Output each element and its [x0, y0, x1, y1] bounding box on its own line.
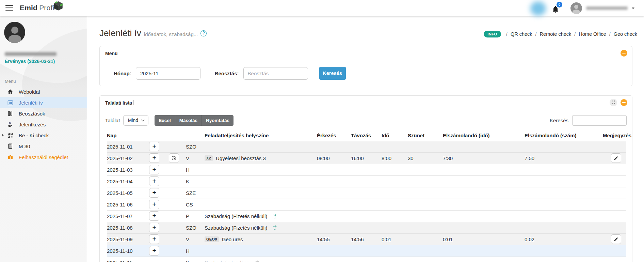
info-badge: INFO — [484, 31, 501, 37]
cell-payable-time — [443, 222, 525, 233]
sidebar-item-jelentkezes[interactable]: $ Jelentkezés — [0, 119, 87, 130]
cell-time: 8:00 — [382, 152, 408, 164]
add-entry-button[interactable]: + — [149, 200, 159, 209]
breadcrumb-remote-check[interactable]: Remote check — [540, 31, 571, 37]
print-button[interactable]: Nyomtatás — [202, 115, 234, 126]
cell-departure — [351, 222, 382, 233]
cell-date: 2025-11-11 — [107, 257, 149, 262]
cell-time — [382, 199, 408, 210]
sidebar-item-felhasznaloi-segedlet[interactable]: Felhasználói segédlet — [0, 152, 87, 163]
sidebar-item-label: Weboldal — [19, 89, 40, 95]
cell-departure — [351, 257, 382, 262]
cell-departure — [351, 245, 382, 257]
add-entry-button[interactable]: + — [149, 188, 159, 198]
sidebar-item-label: Jelentkezés — [19, 122, 46, 127]
filter-form: Hónap: Beosztás: Keresés — [114, 67, 346, 80]
header-nap: Nap — [107, 130, 149, 141]
cube-logo-icon — [52, 0, 64, 12]
add-entry-button[interactable]: + — [149, 153, 159, 163]
history-button[interactable] — [169, 153, 179, 163]
page-title: Jelenléti ív időadatok, szabadság... ? — [99, 28, 207, 38]
cell-date: 2025-11-06 — [107, 199, 149, 210]
notifications-button[interactable]: 0 — [551, 3, 562, 14]
add-entry-button[interactable]: + — [149, 142, 159, 151]
cell-departure — [351, 164, 382, 175]
add-entry-button[interactable]: + — [149, 211, 159, 221]
sidebar-item-label: Jelenléti ív — [19, 100, 43, 106]
edit-button[interactable] — [611, 153, 621, 163]
header-megjegyzes: Megjegyzés — [603, 130, 626, 141]
sidebar-item-be-ki-check[interactable]: Be - Ki check — [0, 130, 87, 141]
table-row: 2025-11-04 + K — [107, 175, 626, 187]
edit-button[interactable] — [611, 234, 621, 244]
cell-time — [382, 245, 408, 257]
sidebar-menu: Weboldal Jelenléti ív Beosztások — [0, 86, 87, 163]
sidebar-item-label: Felhasználói segédlet — [19, 154, 68, 160]
add-entry-button[interactable]: + — [149, 223, 159, 232]
schedule-input[interactable] — [243, 67, 308, 80]
table-search-input[interactable] — [572, 115, 627, 126]
table-header-row: Nap Feladatteljesítés helyszíne Érkezés … — [107, 130, 626, 141]
breadcrumb-geo-check[interactable]: Geo check — [614, 31, 637, 37]
help-icon[interactable]: ? — [200, 30, 207, 36]
sidebar-item-m30[interactable]: M 30 — [0, 141, 87, 152]
sidebar-item-beosztasok[interactable]: Beosztások — [0, 108, 87, 119]
attendance-table-body: 2025-11-01 + SZO 2025-11-02 + V X2 Ügyel… — [107, 141, 626, 262]
search-button[interactable]: Keresés — [319, 67, 346, 80]
add-entry-button[interactable]: + — [149, 246, 159, 256]
cell-payable-number — [525, 245, 603, 257]
sidebar-item-jelenleti-iv[interactable]: Jelenléti ív — [0, 97, 87, 108]
cell-break — [408, 199, 443, 210]
cell-arrival — [317, 141, 351, 152]
filter-panel-title: Menü — [105, 51, 118, 56]
page-size-select[interactable]: Mind — [123, 115, 148, 126]
user-menu[interactable] — [570, 0, 634, 16]
cell-arrival — [317, 175, 351, 187]
pencil-icon — [614, 156, 618, 160]
header-tavozas: Távozás — [351, 130, 382, 141]
sidebar: Érvényes (2026-03-31) Menü Weboldal Jele… — [0, 16, 87, 262]
add-entry-button[interactable]: + — [149, 176, 159, 186]
blurred-profile-name — [5, 52, 57, 56]
month-input[interactable] — [136, 67, 200, 80]
breadcrumb-home-office[interactable]: Home Office — [579, 31, 606, 37]
cell-payable-time: 7:30 — [443, 152, 525, 164]
cell-arrival — [317, 187, 351, 199]
table-row: 2025-11-07 + P Szabadság (Fizetés nélkül… — [107, 210, 626, 222]
cell-payable-number — [525, 210, 603, 222]
header-helyszin: Feladatteljesítés helyszíne — [205, 130, 317, 141]
palm-tree-icon — [272, 213, 278, 219]
brand-logo-text[interactable]: EmidProfil — [20, 4, 56, 12]
main-content: Jelenléti ív időadatok, szabadság... ? I… — [87, 16, 644, 262]
cell-time — [382, 210, 408, 222]
cell-date: 2025-11-02 — [107, 152, 149, 164]
cell-day-abbrev: H — [186, 164, 205, 175]
sidebar-item-label: Beosztások — [19, 111, 45, 117]
month-label: Hónap: — [114, 71, 131, 76]
cell-day-abbrev: V — [186, 233, 205, 245]
add-entry-button[interactable]: + — [149, 165, 159, 174]
cell-payable-number — [525, 187, 603, 199]
breadcrumb-qr-check[interactable]: QR check — [511, 31, 532, 37]
collapse-panel-button[interactable] — [621, 99, 627, 106]
add-entry-button[interactable]: + — [149, 234, 159, 244]
cell-day-abbrev: SZE — [186, 187, 205, 199]
hamburger-menu-icon[interactable] — [5, 5, 13, 11]
table-row: 2025-11-05 + SZE — [107, 187, 626, 199]
copy-button[interactable]: Másolás — [175, 115, 202, 126]
excel-button[interactable]: Excel — [155, 115, 175, 126]
chevron-down-icon — [141, 118, 145, 121]
page-size-value: Mind — [128, 118, 138, 123]
cell-arrival — [317, 199, 351, 210]
expand-arrow-icon[interactable] — [2, 134, 4, 137]
cell-payable-time — [443, 210, 525, 222]
cell-departure — [351, 199, 382, 210]
cell-break — [408, 222, 443, 233]
expand-panel-button[interactable] — [610, 99, 617, 106]
cell-date: 2025-11-10 — [107, 245, 149, 257]
hand-dollar-icon: $ — [7, 121, 14, 128]
cell-departure — [351, 175, 382, 187]
sidebar-item-weboldal[interactable]: Weboldal — [0, 86, 87, 97]
cell-payable-time — [443, 199, 525, 210]
collapse-panel-button[interactable] — [621, 50, 627, 57]
